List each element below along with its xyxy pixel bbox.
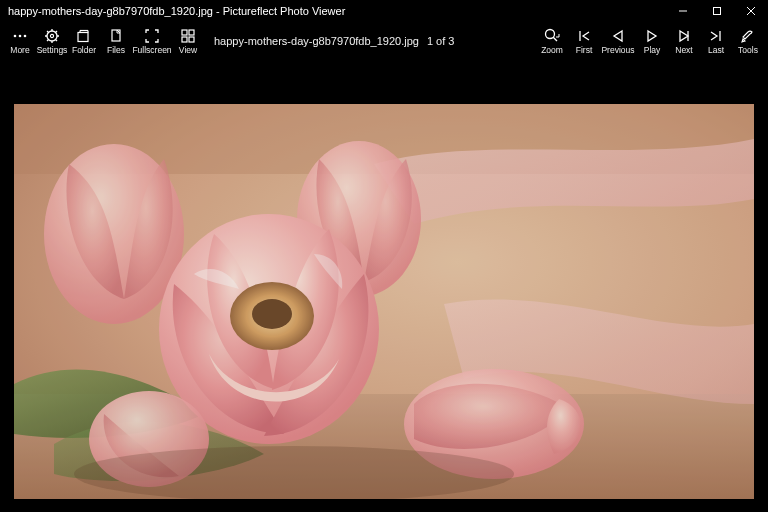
svg-line-27 bbox=[553, 37, 557, 41]
zoom-label: Zoom bbox=[541, 46, 563, 55]
svg-point-6 bbox=[24, 35, 27, 38]
svg-point-5 bbox=[19, 35, 22, 38]
tools-button[interactable]: Tools bbox=[732, 22, 764, 60]
zoom-icon bbox=[543, 27, 561, 45]
svg-rect-1 bbox=[714, 8, 721, 15]
fullscreen-button[interactable]: Fullscreen bbox=[132, 22, 172, 60]
window-title: happy-mothers-day-g8b7970fdb_1920.jpg - … bbox=[8, 5, 666, 17]
first-icon bbox=[575, 27, 593, 45]
settings-button[interactable]: Settings bbox=[36, 22, 68, 60]
close-icon bbox=[746, 6, 756, 16]
current-filename: happy-mothers-day-g8b7970fdb_1920.jpg bbox=[214, 35, 419, 47]
toolbar: More Settings Folder Files Fullscreen Vi… bbox=[0, 22, 768, 60]
svg-rect-25 bbox=[189, 37, 194, 42]
gear-icon bbox=[43, 27, 61, 45]
svg-line-15 bbox=[56, 31, 58, 33]
next-button[interactable]: Next bbox=[668, 22, 700, 60]
fullscreen-label: Fullscreen bbox=[132, 46, 171, 55]
minimize-icon bbox=[678, 6, 688, 16]
folder-label: Folder bbox=[72, 46, 96, 55]
next-icon bbox=[675, 27, 693, 45]
title-bar: happy-mothers-day-g8b7970fdb_1920.jpg - … bbox=[0, 0, 768, 22]
svg-line-16 bbox=[47, 40, 49, 42]
play-icon bbox=[643, 27, 661, 45]
folder-button[interactable]: Folder bbox=[68, 22, 100, 60]
next-label: Next bbox=[675, 46, 692, 55]
folder-icon bbox=[75, 27, 93, 45]
window-controls bbox=[666, 0, 768, 22]
more-label: More bbox=[10, 46, 29, 55]
file-caption: happy-mothers-day-g8b7970fdb_1920.jpg 1 … bbox=[214, 35, 454, 47]
last-icon bbox=[707, 27, 725, 45]
fullscreen-icon bbox=[143, 27, 161, 45]
files-icon bbox=[107, 27, 125, 45]
zoom-button[interactable]: Zoom bbox=[536, 22, 568, 60]
svg-marker-31 bbox=[680, 31, 688, 41]
svg-rect-24 bbox=[182, 37, 187, 42]
svg-point-4 bbox=[14, 35, 17, 38]
svg-marker-29 bbox=[614, 31, 622, 41]
first-label: First bbox=[576, 46, 593, 55]
play-button[interactable]: Play bbox=[636, 22, 668, 60]
more-icon bbox=[11, 27, 29, 45]
tools-label: Tools bbox=[738, 46, 758, 55]
minimize-button[interactable] bbox=[666, 0, 700, 22]
last-label: Last bbox=[708, 46, 724, 55]
position-indicator: 1 of 3 bbox=[427, 35, 455, 47]
tools-icon bbox=[739, 27, 757, 45]
settings-label: Settings bbox=[37, 46, 68, 55]
svg-rect-17 bbox=[78, 33, 88, 42]
svg-marker-30 bbox=[648, 31, 656, 41]
last-button[interactable]: Last bbox=[700, 22, 732, 60]
play-label: Play bbox=[644, 46, 661, 55]
view-label: View bbox=[179, 46, 197, 55]
image-viewport[interactable] bbox=[0, 60, 768, 512]
svg-line-13 bbox=[47, 31, 49, 33]
svg-point-8 bbox=[50, 35, 53, 38]
previous-icon bbox=[609, 27, 627, 45]
displayed-image bbox=[14, 104, 754, 499]
close-button[interactable] bbox=[734, 0, 768, 22]
previous-label: Previous bbox=[601, 46, 634, 55]
first-button[interactable]: First bbox=[568, 22, 600, 60]
files-button[interactable]: Files bbox=[100, 22, 132, 60]
svg-line-14 bbox=[56, 40, 58, 42]
svg-point-26 bbox=[546, 30, 555, 39]
maximize-button[interactable] bbox=[700, 0, 734, 22]
maximize-icon bbox=[712, 6, 722, 16]
previous-button[interactable]: Previous bbox=[600, 22, 636, 60]
svg-rect-45 bbox=[14, 104, 754, 499]
view-icon bbox=[179, 27, 197, 45]
view-button[interactable]: View bbox=[172, 22, 204, 60]
files-label: Files bbox=[107, 46, 125, 55]
svg-rect-23 bbox=[189, 30, 194, 35]
svg-rect-22 bbox=[182, 30, 187, 35]
more-button[interactable]: More bbox=[4, 22, 36, 60]
